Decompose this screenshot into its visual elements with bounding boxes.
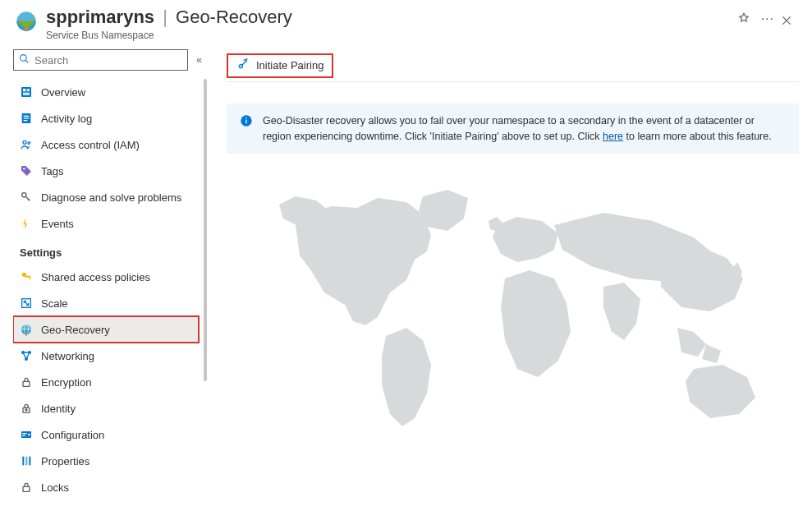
scale-icon [20, 297, 33, 310]
info-banner: Geo-Disaster recovery allows you to fail… [227, 104, 799, 153]
diagnose-icon [20, 191, 33, 204]
blade-name: Geo-Recovery [176, 7, 292, 27]
svg-rect-33 [25, 457, 27, 466]
sidebar-item-locks[interactable]: Locks [13, 474, 199, 500]
overview-icon [20, 85, 33, 99]
sidebar-search[interactable] [13, 49, 188, 71]
resource-type-icon [15, 10, 38, 33]
svg-rect-8 [24, 116, 30, 117]
sidebar-item-label: Geo-Recovery [41, 324, 110, 336]
main-content: Initiate Pairing Geo-Disaster recovery a… [204, 49, 812, 511]
svg-point-2 [21, 55, 27, 62]
svg-rect-30 [22, 435, 25, 436]
collapse-sidebar-button[interactable]: « [196, 54, 199, 66]
svg-rect-25 [23, 382, 30, 387]
learn-more-link[interactable]: here [603, 131, 623, 142]
pairing-icon [236, 58, 250, 73]
svg-rect-9 [24, 118, 30, 119]
sidebar-item-geo-recovery[interactable]: Geo-Recovery [13, 316, 199, 343]
initiate-pairing-button[interactable]: Initiate Pairing [227, 53, 333, 78]
sidebar-item-identity[interactable]: Identity [13, 395, 199, 421]
sidebar-item-label: Scale [41, 297, 68, 310]
svg-rect-38 [245, 120, 246, 124]
sidebar-item-scale[interactable]: Scale [13, 290, 199, 316]
sidebar-item-properties[interactable]: Properties [13, 448, 199, 474]
key-icon [20, 270, 33, 283]
svg-point-11 [23, 141, 26, 145]
svg-rect-16 [25, 276, 31, 278]
initiate-pairing-label: Initiate Pairing [256, 59, 323, 71]
sidebar-item-label: Events [41, 218, 74, 230]
more-icon[interactable]: ··· [761, 12, 774, 26]
search-icon [19, 53, 30, 67]
iam-icon [20, 138, 33, 151]
svg-rect-39 [245, 117, 246, 118]
svg-point-13 [23, 168, 25, 170]
svg-rect-3 [21, 87, 31, 97]
config-icon [20, 428, 33, 441]
sidebar-item-activity-log[interactable]: Activity log [13, 105, 199, 131]
blade-header: spprimaryns | Geo-Recovery Service Bus N… [0, 0, 812, 49]
tags-icon [20, 164, 33, 177]
resource-type-label: Service Bus Namespace [46, 30, 732, 41]
sidebar-item-label: Networking [41, 350, 94, 362]
svg-rect-32 [22, 457, 24, 466]
svg-rect-6 [23, 93, 30, 95]
close-button[interactable] [774, 12, 799, 33]
sidebar-section-settings: Settings [13, 237, 199, 264]
sidebar-item-diagnose-and-solve-problems[interactable]: Diagnose and solve problems [13, 184, 199, 210]
info-text: Geo-Disaster recovery allows you to fail… [263, 113, 786, 143]
sidebar-item-configuration[interactable]: Configuration [13, 421, 199, 448]
sidebar-item-label: Overview [41, 86, 85, 99]
svg-point-31 [28, 434, 30, 436]
sidebar-scrollbar[interactable] [202, 79, 207, 511]
sidebar-item-label: Tags [41, 165, 63, 177]
svg-rect-1 [25, 26, 29, 31]
locks-icon [20, 481, 33, 494]
sidebar-search-input[interactable] [34, 54, 182, 67]
svg-point-27 [25, 409, 27, 411]
svg-point-36 [239, 65, 242, 68]
sidebar-item-label: Activity log [41, 113, 92, 125]
svg-rect-10 [24, 120, 28, 121]
pin-icon[interactable] [738, 12, 750, 26]
resource-name: spprimaryns [46, 7, 154, 27]
command-bar: Initiate Pairing [227, 49, 799, 82]
events-icon [20, 217, 33, 230]
sidebar-item-label: Identity [41, 403, 76, 415]
sidebar-item-shared-access-policies[interactable]: Shared access policies [13, 264, 199, 290]
svg-rect-35 [23, 487, 30, 492]
sidebar: « OverviewActivity logAccess control (IA… [0, 49, 204, 511]
activitylog-icon [20, 112, 33, 125]
properties-icon [20, 454, 33, 467]
sidebar-item-access-control-iam-[interactable]: Access control (IAM) [13, 131, 199, 158]
lock-icon [20, 375, 33, 389]
svg-rect-21 [25, 334, 28, 336]
globe-icon [20, 323, 33, 336]
svg-rect-5 [27, 89, 30, 91]
page-title: spprimaryns | Geo-Recovery [46, 7, 732, 28]
sidebar-item-events[interactable]: Events [13, 210, 199, 237]
sidebar-item-networking[interactable]: Networking [13, 343, 199, 369]
sidebar-item-label: Shared access policies [41, 271, 150, 283]
sidebar-item-label: Encryption [41, 376, 91, 389]
svg-rect-29 [22, 433, 26, 434]
sidebar-item-encryption[interactable]: Encryption [13, 369, 199, 395]
sidebar-item-tags[interactable]: Tags [13, 158, 199, 184]
sidebar-item-label: Access control (IAM) [41, 139, 140, 151]
sidebar-item-label: Locks [41, 481, 69, 494]
info-icon [240, 114, 253, 127]
identity-icon [20, 402, 33, 415]
svg-point-12 [28, 142, 30, 145]
sidebar-item-label: Diagnose and solve problems [41, 191, 181, 204]
sidebar-item-label: Configuration [41, 429, 104, 441]
svg-rect-17 [29, 278, 30, 279]
sidebar-item-overview[interactable]: Overview [13, 79, 199, 105]
networking-icon [20, 349, 33, 362]
sidebar-item-label: Properties [41, 455, 89, 467]
svg-point-14 [22, 193, 26, 197]
world-map [227, 154, 799, 511]
svg-rect-34 [29, 457, 30, 466]
svg-rect-4 [23, 89, 25, 91]
